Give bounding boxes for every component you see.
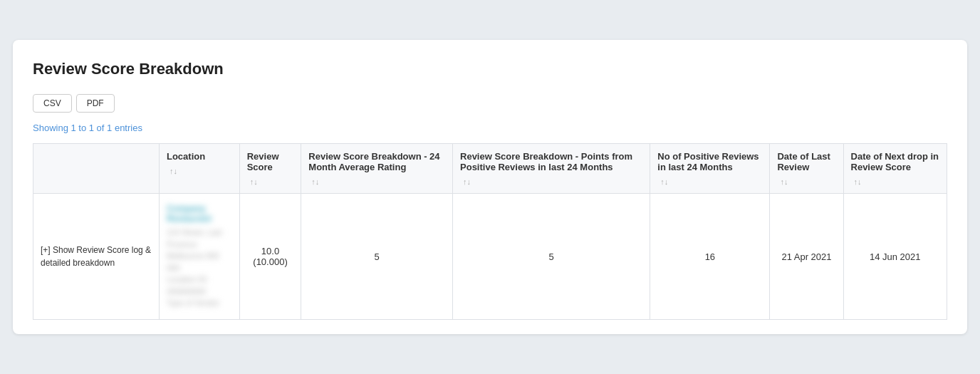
cell-date-last-review: 21 Apr 2021 [770, 194, 843, 320]
sort-icon-breakdown-24mo[interactable]: ↑↓ [311, 177, 319, 186]
sort-icon-review-score[interactable]: ↑↓ [250, 177, 258, 186]
review-score-table: Location ↑↓ Review Score ↑↓ Review Score… [33, 143, 947, 320]
col-header-date-next-drop: Date of Next drop in Review Score ↑↓ [843, 144, 947, 194]
sort-icon-date-last-review[interactable]: ↑↓ [780, 177, 788, 186]
col-header-review-score: Review Score ↑↓ [239, 144, 301, 194]
export-buttons: CSV PDF [33, 94, 947, 113]
col-header-date-last-review: Date of Last Review ↑↓ [770, 144, 843, 194]
main-card: Review Score Breakdown CSV PDF Showing 1… [13, 40, 967, 334]
pdf-button[interactable]: PDF [76, 94, 115, 113]
sort-icon-breakdown-points[interactable]: ↑↓ [463, 177, 471, 186]
table-row: [+] Show Review Score log & detailed bre… [33, 194, 947, 320]
table-wrapper: Location ↑↓ Review Score ↑↓ Review Score… [33, 143, 947, 320]
col-header-action [33, 144, 160, 194]
cell-location: Company Restaurant 123 Street, Last Prov… [159, 194, 239, 320]
cell-breakdown-24mo: 5 [301, 194, 453, 320]
show-review-log-link[interactable]: [+] Show Review Score log & detailed bre… [41, 244, 152, 269]
cell-review-score: 10.0 (10.000) [239, 194, 301, 320]
location-detail: 123 Street, Last Province Melbourne 000 … [167, 227, 232, 309]
entries-info: Showing 1 to 1 of 1 entries [33, 123, 947, 133]
col-header-breakdown-points: Review Score Breakdown - Points from Pos… [453, 144, 650, 194]
csv-button[interactable]: CSV [33, 94, 72, 113]
page-title: Review Score Breakdown [33, 60, 947, 78]
col-header-location: Location ↑↓ [159, 144, 239, 194]
sort-icon-positive-reviews[interactable]: ↑↓ [660, 177, 668, 186]
location-name: Company Restaurant [167, 204, 232, 224]
sort-icon-date-next-drop[interactable]: ↑↓ [854, 177, 862, 186]
cell-action: [+] Show Review Score log & detailed bre… [33, 194, 160, 320]
cell-breakdown-points: 5 [453, 194, 650, 320]
cell-positive-reviews: 16 [650, 194, 770, 320]
col-header-positive-reviews: No of Positive Reviews in last 24 Months… [650, 144, 770, 194]
sort-icon-location[interactable]: ↑↓ [170, 167, 177, 175]
cell-date-next-drop: 14 Jun 2021 [843, 194, 947, 320]
col-header-breakdown-24mo: Review Score Breakdown - 24 Month Averag… [301, 144, 453, 194]
table-header-row: Location ↑↓ Review Score ↑↓ Review Score… [33, 144, 947, 194]
